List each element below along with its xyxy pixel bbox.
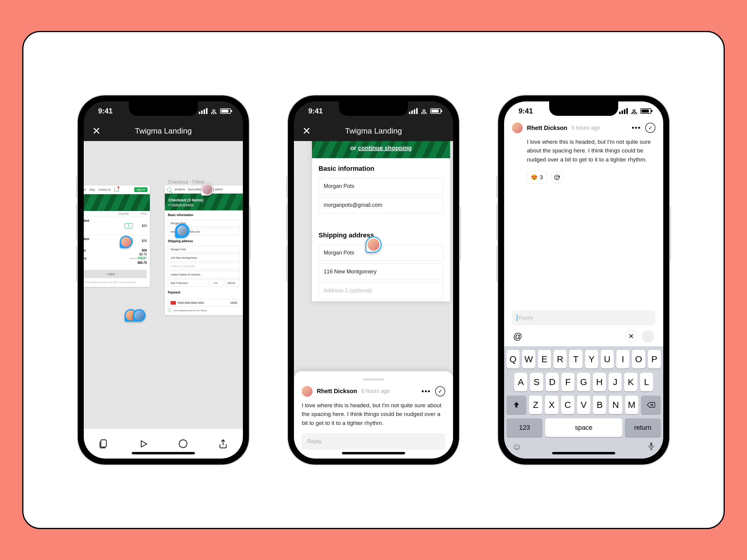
key-w[interactable]: w	[522, 350, 535, 369]
more-icon[interactable]: •••	[632, 124, 641, 132]
design-canvas[interactable]: Checkout - Filled plant care blog contac…	[84, 141, 243, 429]
nav-link[interactable]: plant care	[84, 188, 86, 191]
continue-shopping-link[interactable]: continue shopping	[358, 145, 412, 151]
comment-pin[interactable]	[365, 237, 382, 253]
ship-name-field[interactable]: Morgan Pots	[168, 246, 240, 253]
space-key[interactable]: space	[545, 418, 622, 437]
nav-tab[interactable]: all plants	[175, 188, 185, 191]
key-q[interactable]: q	[507, 350, 519, 369]
status-time: 9:41	[98, 107, 112, 115]
dictation-key[interactable]	[647, 441, 655, 453]
pages-button[interactable]	[98, 438, 110, 450]
comment-author: Rhett Dickson	[527, 125, 567, 131]
qty-stepper[interactable]: 1	[125, 223, 133, 229]
key-m[interactable]: m	[625, 396, 638, 414]
name-field[interactable]: Morgan Pots	[318, 178, 443, 194]
key-o[interactable]: o	[632, 350, 645, 369]
key-g[interactable]: g	[577, 373, 590, 391]
more-icon[interactable]: •••	[421, 387, 431, 396]
dismiss-button[interactable]: ✕	[625, 330, 637, 343]
artboard-checkout[interactable]: all plants best sellers recently added C…	[165, 185, 243, 315]
key-l[interactable]: l	[640, 373, 653, 391]
key-t[interactable]: t	[569, 350, 582, 369]
key-e[interactable]: e	[538, 350, 551, 369]
addr2-field[interactable]: Address 2 (optional)	[168, 263, 240, 270]
mention-button[interactable]: @	[513, 331, 522, 342]
cart-icon[interactable]	[114, 188, 119, 191]
key-i[interactable]: i	[616, 350, 629, 369]
zip-field[interactable]: 94115	[225, 279, 240, 287]
play-button[interactable]	[137, 438, 150, 450]
key-row-1: q w e r t y u i o p	[507, 350, 661, 369]
addr1-field[interactable]: 116 New Montgomery	[318, 264, 443, 280]
nav-link[interactable]: blog	[90, 188, 95, 191]
search-icon[interactable]	[167, 187, 172, 191]
svg-rect-4	[650, 442, 652, 447]
key-x[interactable]: x	[545, 396, 558, 414]
reply-input[interactable]: Reply	[512, 310, 655, 325]
emoji-key[interactable]: ☺	[512, 441, 522, 453]
signin-button[interactable]: Sign in	[134, 187, 148, 192]
comment-button[interactable]	[177, 438, 189, 450]
home-indicator[interactable]	[552, 452, 615, 454]
key-v[interactable]: v	[577, 396, 590, 414]
billing-checkbox[interactable]: ✓Use shipping address for billing	[168, 309, 240, 312]
battery-icon	[220, 108, 231, 114]
collaborator-cursor[interactable]	[201, 183, 213, 196]
heart-eyes-icon: 😍	[531, 174, 537, 181]
key-u[interactable]: u	[601, 350, 614, 369]
key-s[interactable]: s	[530, 373, 543, 391]
resolve-button[interactable]: ✓	[645, 123, 655, 133]
status-time: 9:41	[308, 107, 323, 115]
key-y[interactable]: y	[585, 350, 598, 369]
continue-shopping-link[interactable]: continue shopping	[172, 203, 194, 206]
email-field[interactable]: morganpots@gmail.com	[318, 197, 443, 213]
key-n[interactable]: n	[609, 396, 622, 414]
key-a[interactable]: a	[514, 373, 527, 391]
key-r[interactable]: r	[553, 350, 567, 369]
backspace-key[interactable]	[641, 396, 661, 414]
add-reaction-button[interactable]	[551, 171, 564, 184]
addr2-field[interactable]: Address 2 (optional)	[318, 283, 443, 299]
share-button[interactable]	[217, 438, 229, 450]
checkout-button[interactable]: Label	[84, 270, 147, 278]
collaborator-cursor[interactable]	[120, 236, 132, 248]
resolve-button[interactable]: ✓	[435, 386, 445, 396]
shift-key[interactable]	[507, 396, 526, 414]
home-indicator[interactable]	[132, 452, 195, 454]
comment-time: 6 hours ago	[571, 125, 600, 131]
card-field[interactable]: 5206 8283 8282 8310 03/25	[168, 299, 240, 307]
home-indicator[interactable]	[342, 452, 405, 454]
numbers-key[interactable]: 123	[507, 418, 543, 437]
collaborator-cursor[interactable]	[175, 223, 189, 238]
artboard-checkout-zoom[interactable]: or continue shopping Basic information M…	[312, 141, 450, 301]
reaction-chip[interactable]: 😍 3	[527, 171, 547, 184]
key-j[interactable]: j	[609, 373, 621, 391]
nav-tab[interactable]: best sellers	[188, 188, 202, 191]
close-icon[interactable]: ✕	[92, 125, 101, 137]
key-p[interactable]: p	[648, 350, 661, 369]
drag-handle[interactable]	[363, 378, 384, 380]
key-h[interactable]: h	[593, 373, 606, 391]
city-field[interactable]: San Francisco	[168, 279, 209, 287]
key-d[interactable]: d	[546, 373, 559, 391]
state-field[interactable]: CA	[211, 279, 223, 287]
key-c[interactable]: c	[561, 396, 574, 414]
phone-mock-2: 9:41 ✕ Twigma Landing or continue shoppi…	[288, 96, 459, 464]
key-k[interactable]: k	[624, 373, 637, 391]
section-heading: Basic information	[312, 158, 450, 176]
design-canvas[interactable]: or continue shopping Basic information M…	[294, 141, 453, 458]
key-f[interactable]: f	[562, 373, 574, 391]
return-key[interactable]: return	[625, 418, 661, 437]
send-button[interactable]: ↑	[642, 330, 654, 343]
key-b[interactable]: b	[593, 396, 606, 414]
addr1-field[interactable]: 116 New Montgomery	[168, 254, 240, 261]
text-caret	[517, 315, 517, 321]
artboard-cart[interactable]: plant care blog contact us Sign in Quant…	[84, 185, 150, 287]
country-field[interactable]: United States of America	[168, 271, 240, 278]
key-z[interactable]: z	[529, 396, 542, 414]
reply-input[interactable]: Reply	[302, 433, 445, 450]
nav-link[interactable]: contact us	[99, 188, 111, 191]
close-icon[interactable]: ✕	[302, 125, 311, 137]
collaborator-cursor-group[interactable]	[129, 309, 146, 322]
